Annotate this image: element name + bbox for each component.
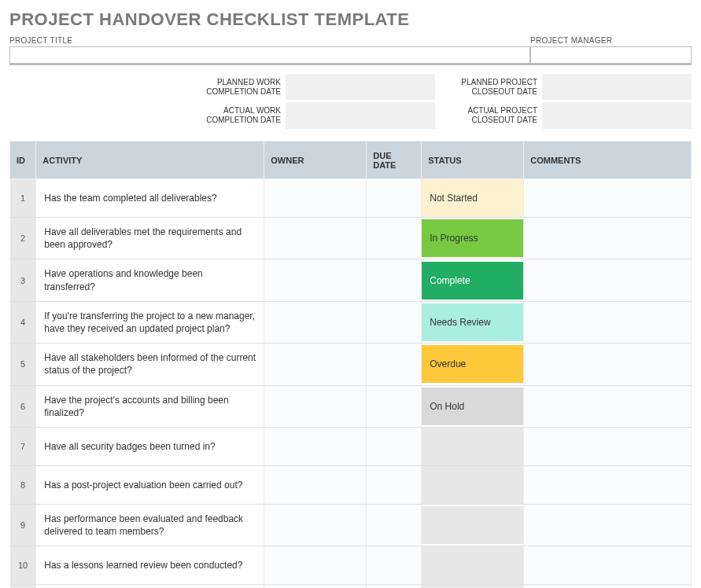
row-id: 1 <box>10 179 36 218</box>
row-status-cell[interactable]: Complete <box>422 259 524 301</box>
actual-closeout-field: ACTUAL PROJECT CLOSEOUT DATE <box>435 101 692 130</box>
row-owner[interactable] <box>264 259 367 301</box>
row-status-cell[interactable] <box>422 585 524 588</box>
row-status-cell[interactable]: Not Started <box>422 179 524 218</box>
row-due[interactable] <box>367 427 422 465</box>
row-activity: Have all deliverables met the requiremen… <box>36 218 264 259</box>
table-row: 10Has a lessons learned review been cond… <box>10 546 692 585</box>
row-owner[interactable] <box>264 585 367 588</box>
row-activity: Have operations and knowledge been trans… <box>36 259 264 301</box>
row-due[interactable] <box>367 385 422 427</box>
row-status-cell[interactable] <box>422 427 524 465</box>
project-manager-input[interactable] <box>530 46 692 65</box>
planned-closeout-field: PLANNED PROJECT CLOSEOUT DATE <box>435 73 692 101</box>
row-id: 4 <box>10 301 36 343</box>
row-owner[interactable] <box>264 504 367 546</box>
row-activity: Have all security badges been turned in? <box>36 427 264 465</box>
table-row: 3Have operations and knowledge been tran… <box>10 259 692 301</box>
row-owner[interactable] <box>264 218 367 259</box>
work-dates-group: PLANNED WORK COMPLETION DATE ACTUAL WORK… <box>179 73 435 130</box>
row-comments[interactable] <box>524 344 692 385</box>
status-value[interactable]: In Progress <box>422 219 523 257</box>
row-status-cell[interactable]: Needs Review <box>422 301 524 343</box>
table-row: 7Have all security badges been turned in… <box>10 427 692 465</box>
planned-closeout-label: PLANNED PROJECT CLOSEOUT DATE <box>435 78 537 97</box>
status-value[interactable] <box>422 466 523 504</box>
planned-work-input[interactable] <box>286 74 435 101</box>
dates-section: PLANNED WORK COMPLETION DATE ACTUAL WORK… <box>9 73 692 130</box>
row-id: 11 <box>10 585 36 588</box>
row-due[interactable] <box>367 504 422 546</box>
status-value[interactable] <box>422 428 523 465</box>
row-due[interactable] <box>367 301 422 343</box>
row-id: 10 <box>10 546 36 585</box>
row-owner[interactable] <box>264 301 367 343</box>
row-due[interactable] <box>367 465 422 504</box>
row-due[interactable] <box>367 179 422 218</box>
table-row: 1Has the team completed all deliverables… <box>10 179 692 218</box>
row-status-cell[interactable]: In Progress <box>422 218 524 259</box>
header-id: ID <box>10 141 36 179</box>
row-comments[interactable] <box>524 427 692 465</box>
row-owner[interactable] <box>264 344 367 385</box>
row-comments[interactable] <box>524 385 692 427</box>
project-manager-field: PROJECT MANAGER <box>530 36 692 65</box>
status-value[interactable] <box>422 546 523 584</box>
table-row: 2Have all deliverables met the requireme… <box>10 218 692 259</box>
row-due[interactable] <box>367 259 422 301</box>
table-row: 9Has performance been evaluated and feed… <box>10 504 692 546</box>
row-owner[interactable] <box>264 427 367 465</box>
row-due[interactable] <box>367 546 422 585</box>
row-comments[interactable] <box>524 504 692 546</box>
status-value[interactable]: Not Started <box>422 179 523 217</box>
project-title-field: PROJECT TITLE <box>9 36 530 65</box>
row-comments[interactable] <box>524 218 692 259</box>
row-due[interactable] <box>367 585 422 588</box>
table-row: 6Have the project's accounts and billing… <box>10 385 692 427</box>
planned-work-label: PLANNED WORK COMPLETION DATE <box>179 78 281 97</box>
row-activity: If you're transferring the project to a … <box>36 301 264 343</box>
row-status-cell[interactable] <box>422 504 524 546</box>
checklist-table: ID ACTIVITY OWNER DUE DATE STATUS COMMEN… <box>9 141 692 588</box>
status-value[interactable]: Complete <box>422 262 523 300</box>
actual-closeout-input[interactable] <box>542 102 692 129</box>
planned-work-field: PLANNED WORK COMPLETION DATE <box>179 73 435 101</box>
row-owner[interactable] <box>264 546 367 585</box>
project-title-input[interactable] <box>9 46 530 65</box>
header-status: STATUS <box>422 141 524 179</box>
status-value[interactable]: On Hold <box>422 388 523 425</box>
actual-work-input[interactable] <box>286 102 435 129</box>
row-id: 8 <box>10 465 36 504</box>
row-status-cell[interactable]: Overdue <box>422 344 524 385</box>
project-title-label: PROJECT TITLE <box>9 36 530 45</box>
row-comments[interactable] <box>524 546 692 585</box>
row-comments[interactable] <box>524 259 692 301</box>
row-comments[interactable] <box>524 465 692 504</box>
row-id: 2 <box>10 218 36 259</box>
row-activity: Has a lessons learned review been conduc… <box>36 546 264 585</box>
actual-work-label: ACTUAL WORK COMPLETION DATE <box>179 106 281 125</box>
row-status-cell[interactable] <box>422 465 524 504</box>
status-value[interactable] <box>422 585 523 588</box>
actual-closeout-label: ACTUAL PROJECT CLOSEOUT DATE <box>435 106 537 125</box>
project-manager-label: PROJECT MANAGER <box>530 36 692 45</box>
row-due[interactable] <box>367 218 422 259</box>
row-due[interactable] <box>367 344 422 385</box>
table-row: 8Has a post-project evaluation been carr… <box>10 465 692 504</box>
row-id: 3 <box>10 259 36 301</box>
status-value[interactable]: Needs Review <box>422 303 523 341</box>
row-comments[interactable] <box>524 585 692 588</box>
row-owner[interactable] <box>264 385 367 427</box>
row-comments[interactable] <box>524 179 692 218</box>
row-owner[interactable] <box>264 179 367 218</box>
row-status-cell[interactable] <box>422 546 524 585</box>
row-owner[interactable] <box>264 465 367 504</box>
status-value[interactable]: Overdue <box>422 345 523 383</box>
top-fields: PROJECT TITLE PROJECT MANAGER <box>9 36 692 65</box>
header-owner: OWNER <box>264 141 367 179</box>
status-value[interactable] <box>422 506 523 544</box>
row-comments[interactable] <box>524 301 692 343</box>
row-status-cell[interactable]: On Hold <box>422 385 524 427</box>
row-activity: Have all stakeholders been informed of t… <box>36 344 264 385</box>
planned-closeout-input[interactable] <box>542 74 692 101</box>
